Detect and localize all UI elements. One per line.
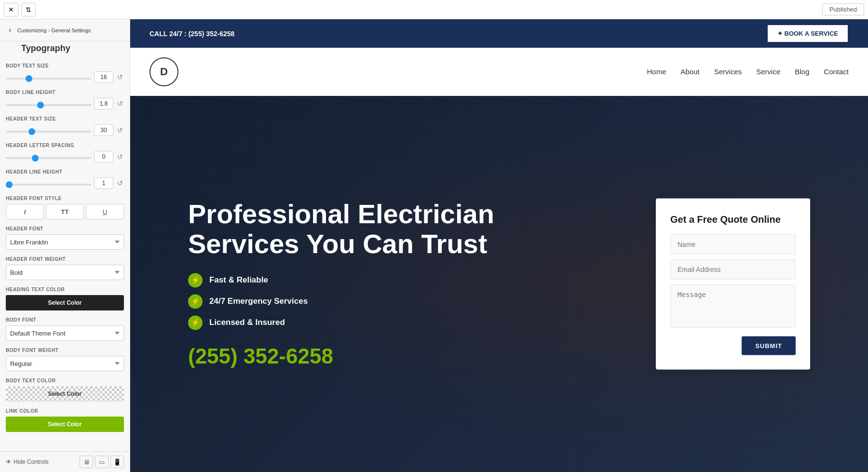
form-name-input[interactable] (670, 234, 796, 255)
header-letter-spacing-slider-container (6, 152, 91, 161)
header-font-style-label: HEADER FONT STYLE (6, 196, 124, 201)
header-font-weight-group: HEADER FONT WEIGHT Bold (6, 256, 124, 280)
nav-item-service[interactable]: Service (756, 67, 780, 76)
header-text-size-row: ↺ (6, 124, 124, 136)
header-text-size-slider[interactable] (6, 131, 91, 133)
mobile-view-button[interactable]: 📱 (110, 456, 124, 468)
desktop-view-button[interactable]: 🖥 (80, 456, 93, 468)
form-message-textarea[interactable] (670, 284, 796, 328)
nav-item-home[interactable]: Home (647, 67, 666, 76)
swap-button[interactable]: ⇅ (21, 3, 36, 16)
quote-form: Get a Free Quote Online SUBMIT (656, 199, 810, 370)
monitor-icon: 🖥 (83, 459, 90, 466)
body-font-select[interactable]: Default Theme Font (6, 325, 124, 341)
nav-link-about[interactable]: About (681, 67, 700, 76)
link-color-label: LINK COLOR (6, 408, 124, 414)
body-text-size-row: 16 ↺ (6, 71, 124, 83)
heading-color-btn-label: Select Color (48, 299, 81, 306)
site-logo: D (149, 57, 178, 86)
sidebar: ‹ Customizing › General Settings Typogra… (0, 19, 130, 472)
feature-icon-2: ⚡ (188, 295, 203, 309)
nav-link-contact[interactable]: Contact (824, 67, 849, 76)
body-font-weight-select[interactable]: Regular (6, 356, 124, 371)
back-button[interactable]: ‹ (6, 24, 14, 36)
device-buttons: 🖥 ▭ 📱 (80, 456, 124, 468)
nav-item-services[interactable]: Services (714, 67, 742, 76)
body-text-size-slider[interactable] (6, 78, 91, 80)
feature-text-3: Licensed & Insured (209, 318, 285, 328)
body-line-height-input[interactable] (94, 98, 113, 109)
sidebar-breadcrumb: ‹ Customizing › General Settings (0, 19, 130, 41)
body-line-height-slider-container (6, 99, 91, 108)
website-preview: CALL 24/7 : (255) 352-6258 ✦ BOOK A SERV… (130, 19, 868, 472)
underline-style-button[interactable]: U (86, 204, 124, 219)
body-text-size-input[interactable]: 16 (94, 71, 113, 83)
body-color-select-button[interactable]: Select Color (6, 386, 124, 402)
hero-features: ⚡ Fast & Reliable ⚡ 24/7 Emergency Servi… (188, 273, 502, 330)
italic-style-button[interactable]: I (6, 204, 44, 219)
feature-text-2: 24/7 Emergency Services (209, 297, 308, 307)
header-letter-spacing-input[interactable] (94, 151, 113, 162)
nav-link-home[interactable]: Home (647, 67, 666, 76)
book-service-button[interactable]: ✦ BOOK A SERVICE (767, 24, 849, 43)
header-line-height-input[interactable] (94, 177, 113, 189)
nav-link-services[interactable]: Services (714, 67, 742, 76)
header-font-label: HEADER FONT (6, 226, 124, 231)
nav-link-blog[interactable]: Blog (795, 67, 809, 76)
header-line-height-reset[interactable]: ↺ (116, 178, 124, 188)
link-color-select-button[interactable]: Select Color (6, 417, 124, 432)
body-text-size-slider-container (6, 73, 91, 81)
header-font-select[interactable]: Libre Franklin (6, 234, 124, 250)
body-text-size-reset[interactable]: ↺ (116, 72, 124, 82)
breadcrumb-text: Customizing › General Settings (17, 27, 91, 33)
eye-icon: 👁 (6, 459, 12, 465)
hide-controls-button[interactable]: 👁 Hide Controls (6, 459, 49, 465)
header-line-height-slider[interactable] (6, 184, 91, 186)
header-letter-spacing-reset[interactable]: ↺ (116, 152, 124, 162)
header-letter-spacing-group: HEADER LETTER SPACING ↺ (6, 143, 124, 162)
swap-icon: ⇅ (26, 6, 31, 13)
heading-text-color-group: HEADING TEXT COLOR Select Color (6, 287, 124, 310)
body-text-color-label: BODY TEXT COLOR (6, 378, 124, 383)
heading-text-color-label: HEADING TEXT COLOR (6, 287, 124, 292)
form-email-input[interactable] (670, 259, 796, 280)
body-font-weight-group: BODY FONT WEIGHT Regular (6, 348, 124, 371)
top-bar: ✕ ⇅ Published (0, 0, 868, 19)
close-button[interactable]: ✕ (4, 3, 18, 16)
site-header-bar: CALL 24/7 : (255) 352-6258 ✦ BOOK A SERV… (130, 19, 868, 48)
header-text-size-reset[interactable]: ↺ (116, 125, 124, 135)
tablet-view-button[interactable]: ▭ (95, 456, 108, 468)
body-line-height-slider[interactable] (6, 104, 91, 106)
body-text-size-group: BODY TEXT SIZE 16 ↺ (6, 63, 124, 83)
nav-item-about[interactable]: About (681, 67, 700, 76)
nav-item-contact[interactable]: Contact (824, 67, 849, 76)
heading-color-select-button[interactable]: Select Color (6, 295, 124, 310)
site-nav-links: Home About Services Service Blog Contact (647, 67, 849, 76)
body-line-height-reset[interactable]: ↺ (116, 99, 124, 108)
header-text-size-slider-container (6, 126, 91, 135)
header-line-height-row: ↺ (6, 177, 124, 189)
feature-icon-3: ⚡ (188, 316, 203, 330)
header-text-size-group: HEADER TEXT SIZE ↺ (6, 116, 124, 136)
header-font-group: HEADER FONT Libre Franklin (6, 226, 124, 250)
nav-link-service[interactable]: Service (756, 67, 780, 76)
header-font-style-group: HEADER FONT STYLE I TT U (6, 196, 124, 219)
header-text-size-label: HEADER TEXT SIZE (6, 116, 124, 121)
call-text: CALL 24/7 : (255) 352-6258 (149, 30, 234, 38)
top-bar-left: ✕ ⇅ (4, 3, 36, 16)
tt-style-button[interactable]: TT (46, 204, 84, 219)
hero-phone: (255) 352-6258 (188, 345, 502, 369)
header-font-weight-select[interactable]: Bold (6, 265, 124, 280)
header-line-height-group: HEADER LINE HEIGHT ↺ (6, 169, 124, 189)
body-line-height-group: BODY LINE HEIGHT ↺ (6, 90, 124, 109)
sidebar-title: Typography (0, 41, 130, 58)
site-nav: D Home About Services Service Blog Conta… (130, 48, 868, 96)
header-letter-spacing-slider[interactable] (6, 157, 91, 159)
form-submit-button[interactable]: SUBMIT (742, 337, 796, 355)
nav-item-blog[interactable]: Blog (795, 67, 809, 76)
header-text-size-input[interactable] (94, 124, 113, 136)
sidebar-bottom: 👁 Hide Controls 🖥 ▭ 📱 (0, 451, 130, 472)
body-line-height-label: BODY LINE HEIGHT (6, 90, 124, 95)
feature-item-3: ⚡ Licensed & Insured (188, 316, 502, 330)
phone-icon: 📱 (113, 459, 121, 466)
